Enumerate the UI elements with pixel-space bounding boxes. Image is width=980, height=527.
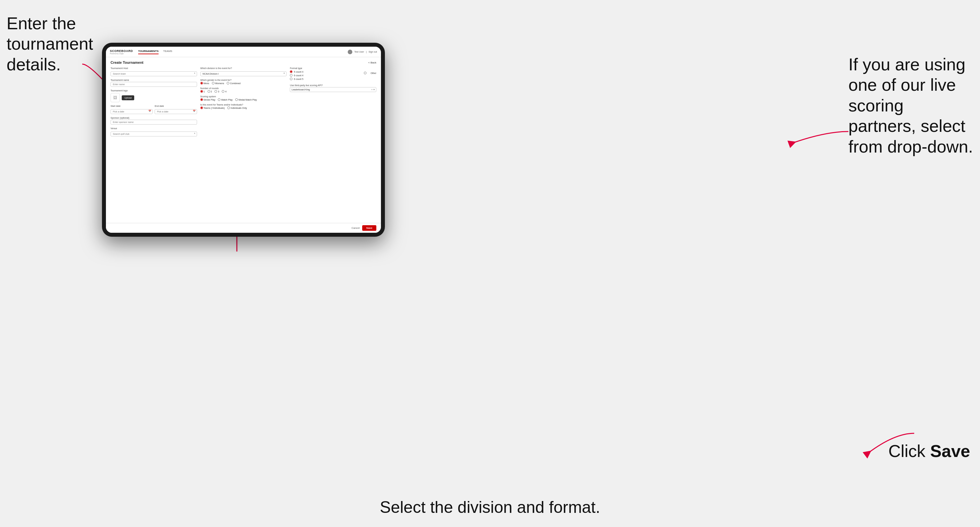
page-header: Create Tournament Back <box>111 60 376 64</box>
rounds-3[interactable]: 3 <box>215 90 219 93</box>
gender-combined-radio[interactable] <box>227 82 229 84</box>
format-row-3: 6 count 5 <box>290 78 303 80</box>
dropdown-chevron-icon: ▾ <box>194 72 196 75</box>
venue-input-wrap: ▾ <box>111 130 197 137</box>
logo-sub: Powered by Clippit <box>110 52 133 55</box>
live-scoring-clear-icon[interactable]: × <box>371 88 373 91</box>
format-row-2: 6 count 4 <box>290 74 303 76</box>
signout-link[interactable]: Sign out <box>368 51 377 53</box>
sponsor-label: Sponsor (optional) <box>111 117 197 119</box>
annotation-bottomright: Click Save <box>888 441 970 461</box>
format-6count4-label: 6 count 4 <box>294 74 303 76</box>
cancel-button[interactable]: Cancel <box>352 227 360 230</box>
event-teams-radio[interactable] <box>200 106 203 109</box>
nav-links: TOURNAMENTS TEAMS <box>138 50 172 54</box>
date-row: Start date 📅 End date 📅 <box>111 105 197 114</box>
logo-area: SCOREBOARD Powered by Clippit <box>110 49 133 55</box>
page-content: Create Tournament Back Tournament Host ▾ <box>106 57 381 223</box>
scoring-group: Scoring system Stroke Play Match Play Me… <box>200 95 287 101</box>
form-col-3: Format type 5 count 4 6 count 4 <box>290 67 376 137</box>
calendar-end-icon: 📅 <box>193 110 196 113</box>
live-scoring-section: Use third-party live scoring API? Leader… <box>290 84 376 92</box>
gender-mens-radio[interactable] <box>200 82 203 84</box>
rounds-4-radio[interactable] <box>222 90 224 93</box>
format-6count4-radio[interactable] <box>290 74 293 76</box>
logo-upload-area: 🖼 Upload <box>111 93 197 102</box>
navbar: SCOREBOARD Powered by Clippit TOURNAMENT… <box>106 47 381 57</box>
logo-placeholder-icon: 🖼 <box>111 93 120 102</box>
scoring-match-radio[interactable] <box>218 98 220 101</box>
format-other[interactable]: Other <box>364 71 376 74</box>
gender-womens-radio[interactable] <box>212 82 215 84</box>
form-col-2: Which division is the event for? NCAA Di… <box>200 67 287 137</box>
live-scoring-toggle-icon[interactable]: ▾ <box>373 88 375 91</box>
format-row-1: 5 count 4 <box>290 70 303 73</box>
division-select[interactable]: NCAA Division I <box>200 71 287 76</box>
start-date-label: Start date <box>111 105 153 107</box>
page-footer: Cancel Save <box>106 223 381 233</box>
tournament-host-input[interactable] <box>111 71 197 76</box>
tournament-host-label: Tournament Host <box>111 67 197 69</box>
rounds-4[interactable]: 4 <box>222 90 226 93</box>
form-col-1: Tournament Host ▾ Tournament name Tourna <box>111 67 197 137</box>
rounds-radio-group: 1 2 3 4 <box>200 90 287 93</box>
start-date-input[interactable] <box>111 109 153 114</box>
gender-womens[interactable]: Womens <box>212 82 224 84</box>
division-select-wrap: NCAA Division I ▾ <box>200 70 287 76</box>
back-link[interactable]: Back <box>368 61 376 64</box>
rounds-1-radio[interactable] <box>200 90 203 93</box>
gender-mens[interactable]: Mens <box>200 82 209 84</box>
start-date-group: Start date 📅 <box>111 105 153 114</box>
format-options: 5 count 4 6 count 4 6 count 5 <box>290 70 303 80</box>
scoring-match[interactable]: Match Play <box>218 98 232 101</box>
calendar-icon: 📅 <box>148 110 151 113</box>
scoring-medal[interactable]: Medal Match Play <box>235 98 257 101</box>
event-individuals[interactable]: Individuals Only <box>228 106 247 109</box>
nav-teams[interactable]: TEAMS <box>163 50 172 54</box>
venue-group: Venue ▾ <box>111 127 197 137</box>
sponsor-group: Sponsor (optional) <box>111 117 197 125</box>
save-button[interactable]: Save <box>362 225 376 231</box>
tournament-name-input[interactable] <box>111 82 197 87</box>
user-name: Test User <box>354 51 364 53</box>
nav-right: Test User | Sign out <box>348 50 377 54</box>
event-teams[interactable]: Teams (+Individuals) <box>200 106 225 109</box>
sponsor-input[interactable] <box>111 120 197 125</box>
end-date-input[interactable] <box>154 109 197 114</box>
live-scoring-input-wrap[interactable]: Leaderboard King × ▾ <box>290 87 376 92</box>
tournament-logo-label: Tournament logo <box>111 89 197 92</box>
rounds-2-radio[interactable] <box>208 90 210 93</box>
event-for-group: Is this event for Teams and/or Individua… <box>200 103 287 109</box>
live-scoring-value: Leaderboard King <box>291 89 371 91</box>
gender-combined[interactable]: Combined <box>227 82 240 84</box>
rounds-1[interactable]: 1 <box>200 90 205 93</box>
end-date-label: End date <box>154 105 197 107</box>
rounds-2[interactable]: 2 <box>208 90 212 93</box>
rounds-3-radio[interactable] <box>215 90 217 93</box>
event-for-radio-group: Teams (+Individuals) Individuals Only <box>200 106 287 109</box>
tournament-host-group: Tournament Host ▾ <box>111 67 197 76</box>
venue-label: Venue <box>111 127 197 130</box>
venue-input[interactable] <box>111 132 197 137</box>
nav-tournaments[interactable]: TOURNAMENTS <box>138 50 159 54</box>
scoring-stroke[interactable]: Stroke Play <box>200 98 215 101</box>
upload-button[interactable]: Upload <box>122 95 134 100</box>
avatar <box>348 50 352 54</box>
format-type-group: Format type 5 count 4 6 count 4 <box>290 67 376 80</box>
rounds-group: Number of rounds 1 2 3 <box>200 87 287 93</box>
tournament-name-group: Tournament name <box>111 79 197 87</box>
rounds-label: Number of rounds <box>200 87 287 89</box>
format-other-radio[interactable] <box>364 71 366 74</box>
tournament-host-input-wrap: ▾ <box>111 70 197 76</box>
scoring-medal-radio[interactable] <box>235 98 238 101</box>
format-5count4-radio[interactable] <box>290 70 293 73</box>
start-date-wrap: 📅 <box>111 108 153 114</box>
signout-divider: | <box>366 51 366 53</box>
gender-group: Which gender is the event for? Mens Wome… <box>200 79 287 84</box>
format-6count5-radio[interactable] <box>290 78 293 80</box>
event-individuals-radio[interactable] <box>228 106 230 109</box>
scoring-stroke-radio[interactable] <box>200 98 203 101</box>
format-type-label: Format type <box>290 67 303 69</box>
end-date-group: End date 📅 <box>154 105 197 114</box>
end-date-wrap: 📅 <box>154 108 197 114</box>
